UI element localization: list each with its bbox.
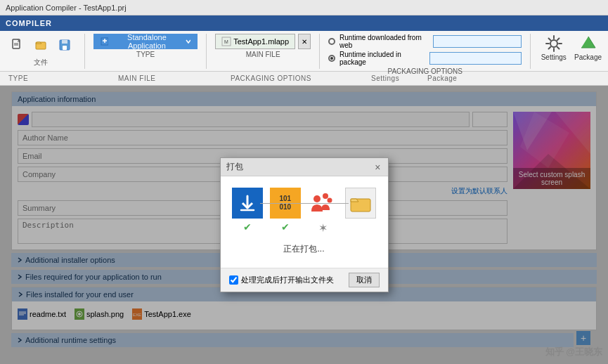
compiler-header: COMPILER <box>0 15 608 31</box>
standalone-button[interactable]: Standalone Application <box>93 34 198 49</box>
svg-point-38 <box>323 193 328 199</box>
main-file-group: M TestApp1.mlapp ✕ MAIN FILE <box>215 34 311 58</box>
pkg-mcr-label: Runtime included in package <box>339 51 425 66</box>
people-spinner: ✶ <box>318 221 328 235</box>
new-button[interactable] <box>6 34 28 56</box>
svg-point-39 <box>328 198 332 203</box>
radio-web[interactable] <box>328 38 335 45</box>
pkg-web-label: Runtime downloaded from web <box>339 34 429 49</box>
packaging-options: Runtime downloaded from web MyAppInstall… <box>328 34 522 66</box>
settings-btn[interactable]: Settings <box>539 34 568 61</box>
mlapp-filename: TestApp1.mlapp <box>233 37 289 46</box>
file-group-label: 文件 <box>34 58 48 67</box>
separator-2 <box>206 34 207 69</box>
svg-rect-6 <box>63 46 67 50</box>
modal-checkbox-row: 处理完成后打开输出文件夹 <box>229 275 334 285</box>
svg-rect-5 <box>62 40 67 44</box>
radio-mcr[interactable] <box>328 55 335 62</box>
main-area: Application information TestApp1 1.0 <box>0 86 608 364</box>
pkg-web-input[interactable]: MyAppInstaller_web <box>433 35 522 48</box>
compiler-label: COMPILER <box>6 19 52 27</box>
title-bar: Application Compiler - TestApp1.prj <box>0 0 608 15</box>
modal-footer: 处理完成后打开输出文件夹 取消 <box>221 268 388 292</box>
modal-status-text: 正在打包... <box>229 243 380 255</box>
packaging-group: Runtime downloaded from web MyAppInstall… <box>328 34 522 75</box>
modal-overlay: 打包 × ✔ <box>0 86 608 364</box>
download-check: ✔ <box>243 221 252 233</box>
checkbox-label: 处理完成后打开输出文件夹 <box>241 275 334 285</box>
main-file-area: M TestApp1.mlapp ✕ <box>215 34 311 49</box>
separator-3 <box>319 34 320 69</box>
package-icon <box>578 34 598 53</box>
open-button[interactable] <box>30 34 52 56</box>
title-text: Application Compiler - TestApp1.prj <box>6 4 127 12</box>
modal-close-button[interactable]: × <box>373 162 382 173</box>
svg-line-19 <box>557 39 559 41</box>
modal-icon-folder: ✔ <box>345 188 376 235</box>
separator-4 <box>530 34 531 69</box>
modal-icon-people: ✶ <box>307 188 338 235</box>
pkg-row-web: Runtime downloaded from web MyAppInstall… <box>328 34 522 49</box>
svg-line-18 <box>557 47 559 49</box>
separator-1 <box>84 34 85 69</box>
col-type-header: TYPE <box>6 74 118 82</box>
pkg-mcr-input[interactable]: MyAppInstaller_mcr <box>429 52 522 65</box>
toolbar: 文件 Standalone Application TYPE M TestApp… <box>0 31 608 72</box>
settings-label: Settings <box>541 53 567 61</box>
folder-placeholder: ✔ <box>356 221 365 233</box>
modal-icon-download: ✔ <box>232 188 263 235</box>
svg-point-37 <box>313 195 321 202</box>
settings-icon <box>544 34 564 53</box>
mlapp-file-btn[interactable]: M TestApp1.mlapp <box>215 34 295 49</box>
svg-line-20 <box>548 47 550 49</box>
svg-line-17 <box>548 39 550 41</box>
package-label: Package <box>574 53 602 61</box>
modal-title-bar: 打包 × <box>221 158 388 176</box>
watermark: 知乎 @王晓东 <box>545 346 602 358</box>
package-btn[interactable]: Package <box>574 34 602 61</box>
open-output-checkbox[interactable] <box>229 275 238 285</box>
remove-file-button[interactable]: ✕ <box>298 34 311 49</box>
col-pkg-header: PACKAGING OPTIONS <box>231 74 371 82</box>
modal-cancel-button[interactable]: 取消 <box>349 273 380 287</box>
col-settings-header: Settings <box>371 74 427 82</box>
col-package-header: Package <box>427 74 484 82</box>
type-label: TYPE <box>136 51 155 58</box>
packaging-modal: 打包 × ✔ <box>220 157 389 292</box>
pkg-row-mcr: Runtime included in package MyAppInstall… <box>328 51 522 66</box>
type-group: Standalone Application TYPE <box>93 34 198 58</box>
connector-line <box>260 203 349 204</box>
file-group: 文件 <box>6 34 76 67</box>
main-file-label: MAIN FILE <box>246 51 280 58</box>
modal-body: ✔ 101010 ✔ <box>221 176 388 268</box>
svg-point-12 <box>550 40 557 47</box>
file-buttons <box>6 34 76 56</box>
binary-check: ✔ <box>281 221 290 233</box>
standalone-label: Standalone Application <box>111 33 183 50</box>
modal-title: 打包 <box>226 161 243 173</box>
save-button[interactable] <box>53 34 76 56</box>
modal-icon-binary: 101010 ✔ <box>270 188 301 235</box>
col-main-header: MAIN FILE <box>118 74 231 82</box>
modal-icons-row: ✔ 101010 ✔ <box>229 188 380 235</box>
download-icon <box>232 188 263 219</box>
standalone-btn-container[interactable]: Standalone Application <box>93 34 198 49</box>
folder-icon <box>345 188 376 219</box>
svg-text:M: M <box>224 39 228 44</box>
